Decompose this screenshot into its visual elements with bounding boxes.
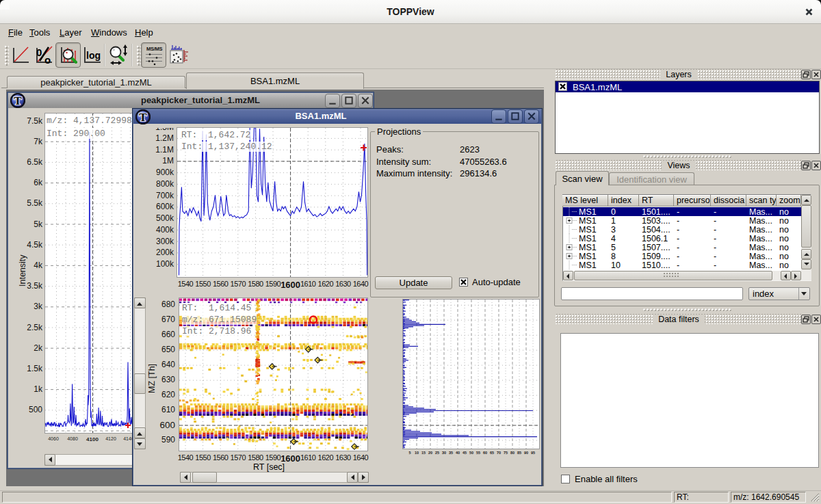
svg-text:T: T	[139, 111, 147, 124]
svg-text:log: log	[86, 50, 101, 61]
svg-text:o: o	[44, 54, 51, 66]
svg-text:0: 0	[36, 47, 42, 58]
svg-text:T: T	[14, 94, 22, 107]
svg-text:MS/MS: MS/MS	[146, 46, 162, 52]
